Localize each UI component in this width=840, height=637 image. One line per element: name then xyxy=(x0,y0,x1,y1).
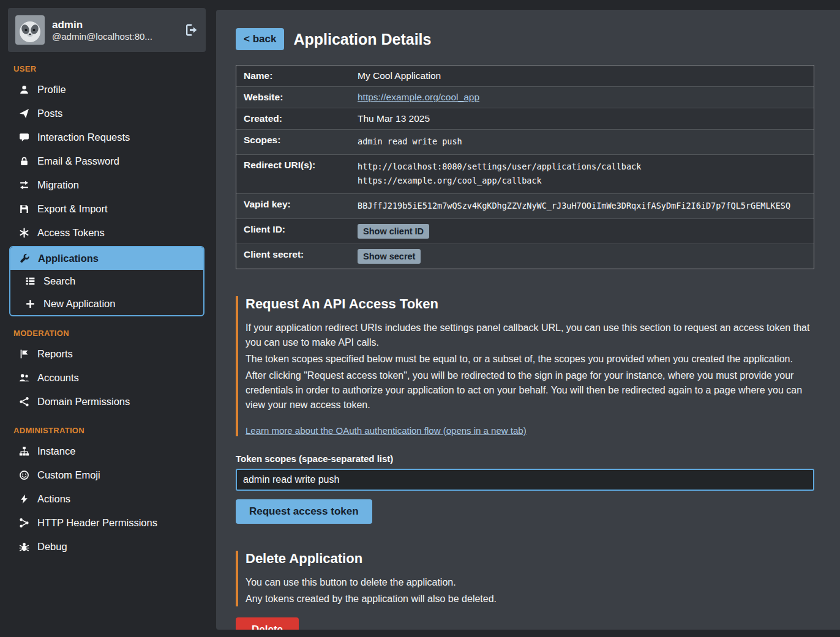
bug-icon xyxy=(18,542,29,552)
description-paragraph: You can use this button to delete the ap… xyxy=(246,575,814,590)
plus-icon xyxy=(24,299,36,309)
detail-row: Name:My Cool Application xyxy=(236,65,814,87)
detail-row: Created:Thu Mar 13 2025 xyxy=(236,108,814,130)
sidebar-item-debug[interactable]: Debug xyxy=(0,535,211,559)
main-panel: < back Application Details Name:My Cool … xyxy=(216,10,840,630)
sidebar-item-label: Posts xyxy=(37,108,62,119)
detail-value: BBJffJ219b5iE512m7wQSzv4KgKDhgZZVzNyWC_r… xyxy=(358,199,806,214)
delete-application-title: Delete Application xyxy=(246,551,814,567)
share-nodes-icon xyxy=(18,397,29,407)
sidebar-item-label: Access Tokens xyxy=(37,227,105,239)
detail-row: Client secret:Show secret xyxy=(236,244,814,269)
wrench-icon xyxy=(19,253,30,264)
detail-key: Scopes: xyxy=(244,135,358,146)
mono-value-line: https://example.org/cool_app/callback xyxy=(358,174,806,188)
sidebar-item-label: New Application xyxy=(43,298,115,310)
sidebar-item-access-tokens[interactable]: Access Tokens xyxy=(0,221,211,245)
paper-plane-icon xyxy=(18,108,29,119)
detail-value: Thu Mar 13 2025 xyxy=(358,113,806,124)
sidebar-item-domain-permissions[interactable]: Domain Permissions xyxy=(0,390,211,414)
detail-row: Scopes:admin read write push xyxy=(236,130,814,155)
request-token-section: Request An API Access Token If your appl… xyxy=(236,296,814,524)
sidebar-section-label: ADMINISTRATION xyxy=(13,426,211,435)
share-icon xyxy=(18,518,29,528)
detail-row: Redirect URI(s):http://localhost:8080/se… xyxy=(236,155,814,194)
delete-application-section: Delete Application You can use this butt… xyxy=(236,551,814,630)
request-token-title: Request An API Access Token xyxy=(246,296,814,312)
sidebar-active-group: ApplicationsSearchNew Application xyxy=(9,246,204,316)
token-scopes-input[interactable] xyxy=(236,469,814,491)
detail-row: Vapid key:BBJffJ219b5iE512m7wQSzv4KgKDhg… xyxy=(236,194,814,219)
sidebar-item-export-import[interactable]: Export & Import xyxy=(0,197,211,221)
sidebar-item-accounts[interactable]: Accounts xyxy=(0,366,211,390)
request-token-accent-block: Request An API Access Token If your appl… xyxy=(236,296,814,436)
logout-icon[interactable] xyxy=(185,23,198,37)
floppy-icon xyxy=(18,204,29,214)
arrows-icon xyxy=(18,180,29,190)
detail-row: Website:https://example.org/cool_app xyxy=(236,87,814,108)
description-paragraph: The token scopes specified below must be… xyxy=(246,352,814,367)
flag-icon xyxy=(18,349,29,359)
detail-key: Vapid key: xyxy=(244,199,358,210)
sidebar-item-interaction-requests[interactable]: Interaction Requests xyxy=(0,125,211,149)
sidebar-item-label: Profile xyxy=(37,84,66,95)
sidebar-item-instance[interactable]: Instance xyxy=(0,439,211,463)
page-title: Application Details xyxy=(293,31,431,48)
page-header: < back Application Details xyxy=(236,28,814,50)
sidebar-item-applications[interactable]: Applications xyxy=(10,247,203,270)
sidebar-item-search[interactable]: Search xyxy=(10,270,203,292)
sidebar-item-posts[interactable]: Posts xyxy=(0,102,211,125)
sidebar-item-migration[interactable]: Migration xyxy=(0,173,211,197)
sidebar-item-label: Accounts xyxy=(37,372,79,384)
user-icon xyxy=(18,84,29,95)
sidebar-item-label: Search xyxy=(43,275,75,287)
sidebar: admin @admin@localhost:80... USERProfile… xyxy=(0,0,211,637)
mono-value-line: admin read write push xyxy=(358,135,806,149)
detail-row: Client ID:Show client ID xyxy=(236,219,814,244)
user-card[interactable]: admin @admin@localhost:80... xyxy=(8,8,206,52)
detail-key: Name: xyxy=(244,70,358,81)
sitemap-icon xyxy=(18,446,29,456)
sidebar-item-label: Email & Password xyxy=(37,155,119,167)
show-secret-button[interactable]: Show secret xyxy=(358,249,421,264)
back-button[interactable]: < back xyxy=(236,28,284,50)
smile-icon xyxy=(18,470,29,480)
sidebar-item-label: Migration xyxy=(37,179,79,191)
list-icon xyxy=(24,276,36,286)
description-paragraph: Any tokens created by the application wi… xyxy=(246,592,814,606)
sidebar-item-new-application[interactable]: New Application xyxy=(10,292,203,315)
sidebar-item-label: Interaction Requests xyxy=(37,132,130,143)
delete-application-accent-block: Delete Application You can use this butt… xyxy=(236,551,814,606)
sidebar-item-actions[interactable]: Actions xyxy=(0,487,211,511)
sidebar-item-reports[interactable]: Reports xyxy=(0,342,211,366)
sidebar-section-label: USER xyxy=(13,64,211,73)
show-client-id-button[interactable]: Show client ID xyxy=(358,224,429,239)
detail-value: My Cool Application xyxy=(358,70,806,81)
detail-key: Website: xyxy=(244,92,358,103)
sidebar-item-http-header-permissions[interactable]: HTTP Header Permissions xyxy=(0,511,211,535)
detail-key: Client secret: xyxy=(244,249,358,260)
detail-value: https://example.org/cool_app xyxy=(358,92,806,103)
sidebar-item-label: Custom Emoji xyxy=(37,469,100,481)
description-paragraph: If your application redirect URIs includ… xyxy=(246,321,814,350)
sidebar-item-label: Actions xyxy=(37,493,70,505)
request-token-description: If your application redirect URIs includ… xyxy=(246,321,814,412)
oauth-docs-link[interactable]: Learn more about the OAuth authenticatio… xyxy=(246,425,527,436)
sidebar-item-profile[interactable]: Profile xyxy=(0,78,211,102)
sidebar-section-label: MODERATION xyxy=(13,329,211,338)
mono-value-line: http://localhost:8080/settings/user/appl… xyxy=(358,160,806,174)
detail-value: Show secret xyxy=(358,249,806,264)
detail-key: Created: xyxy=(244,113,358,124)
description-paragraph: After clicking "Request access token", y… xyxy=(246,368,814,412)
sidebar-item-custom-emoji[interactable]: Custom Emoji xyxy=(0,463,211,487)
website-link[interactable]: https://example.org/cool_app xyxy=(358,92,479,102)
sidebar-item-email-password[interactable]: Email & Password xyxy=(0,149,211,173)
delete-button[interactable]: Delete xyxy=(236,617,299,630)
sidebar-item-label: Domain Permissions xyxy=(37,396,130,408)
token-scopes-label: Token scopes (space-separated list) xyxy=(236,453,814,464)
sidebar-item-label: Reports xyxy=(37,348,73,360)
request-access-token-button[interactable]: Request access token xyxy=(236,499,372,524)
avatar xyxy=(15,15,45,45)
mono-value-line: BBJffJ219b5iE512m7wQSzv4KgKDhgZZVzNyWC_r… xyxy=(358,199,806,214)
user-handle: @admin@localhost:80... xyxy=(52,31,152,42)
